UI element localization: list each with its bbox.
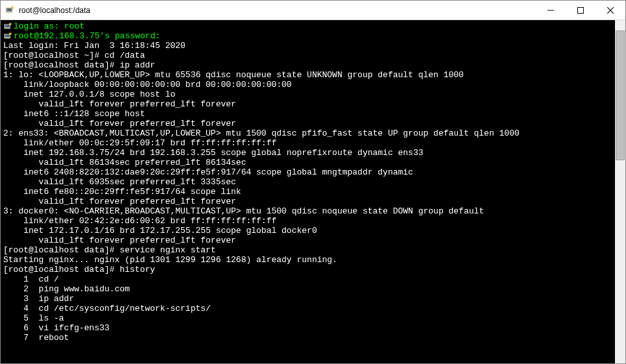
terminal-line: inet 172.17.0.1/16 brd 172.17.255.255 sc… — [3, 226, 612, 236]
terminal-line: link/ether 02:42:2e:d6:00:62 brd ff:ff:f… — [3, 216, 612, 226]
svg-rect-1 — [7, 8, 12, 12]
terminal-line: Last login: Fri Jan 3 16:18:45 2020 — [3, 41, 612, 51]
terminal-line: 3: docker0: <NO-CARRIER,BROADCAST,MULTIC… — [3, 206, 612, 216]
terminal-line: valid_lft forever preferred_lft forever — [3, 197, 612, 206]
terminal-line: [root@localhost data]# ip addr — [3, 60, 612, 70]
scrollbar-thumb[interactable] — [616, 30, 625, 160]
putty-window: root@localhost:/data login as: rootroot@… — [0, 0, 626, 364]
terminal-line: 1 cd / — [3, 274, 612, 284]
terminal-line: inet6 fe80::20c:29ff:fe5f:917/64 scope l… — [3, 187, 612, 197]
window-controls — [536, 1, 625, 19]
terminal-line: valid_lft forever preferred_lft forever — [3, 99, 612, 109]
terminal-line: 3 ip addr — [3, 294, 612, 304]
svg-rect-2 — [11, 6, 13, 8]
terminal-line: 4 cd /etc/sysconfig/network-scripts/ — [3, 304, 612, 313]
svg-rect-8 — [5, 25, 10, 28]
terminal-line: valid_lft forever preferred_lft forever — [3, 236, 612, 245]
terminal-line: 2: ens33: <BROADCAST,MULTICAST,UP,LOWER_… — [3, 128, 612, 138]
terminal-line: Starting nginx... nginx (pid 1301 1299 1… — [3, 255, 612, 265]
terminal-line: inet6 ::1/128 scope host — [3, 109, 612, 119]
terminal-line: login as: root — [3, 21, 612, 31]
close-button[interactable] — [596, 1, 625, 19]
terminal-line: valid_lft forever preferred_lft forever — [3, 119, 612, 128]
terminal-line: 2 ping www.baidu.com — [3, 284, 612, 294]
svg-rect-12 — [9, 32, 11, 34]
svg-rect-11 — [5, 34, 10, 38]
scrollbar[interactable] — [615, 20, 625, 363]
svg-rect-9 — [9, 23, 11, 25]
terminal-line: 6 vi ifcfg-ens33 — [3, 323, 612, 333]
terminal-wrapper: login as: rootroot@192.168.3.75's passwo… — [1, 20, 625, 363]
terminal-output[interactable]: login as: rootroot@192.168.3.75's passwo… — [1, 20, 615, 363]
terminal-line: inet 127.0.0.1/8 scope host lo — [3, 90, 612, 99]
terminal-line: valid_lft 6935sec preferred_lft 3335sec — [3, 177, 612, 187]
terminal-line: 5 ls -a — [3, 313, 612, 323]
terminal-line: [root@localhost data]# history — [3, 265, 612, 274]
terminal-line: inet6 2408:8220:132:dae9:20c:29ff:fe5f:9… — [3, 167, 612, 177]
terminal-line: link/loopback 00:00:00:00:00:00 brd 00:0… — [3, 80, 612, 90]
minimize-button[interactable] — [536, 1, 566, 19]
terminal-line: valid_lft 86134sec preferred_lft 86134se… — [3, 158, 612, 167]
maximize-button[interactable] — [566, 1, 596, 19]
terminal-line: link/ether 00:0c:29:5f:09:17 brd ff:ff:f… — [3, 138, 612, 148]
window-title: root@localhost:/data — [19, 6, 536, 15]
terminal-line: inet 192.168.3.75/24 brd 192.168.3.255 s… — [3, 148, 612, 158]
svg-rect-4 — [578, 7, 584, 13]
titlebar[interactable]: root@localhost:/data — [1, 1, 625, 20]
terminal-line: [root@localhost ~]# cd /data — [3, 51, 612, 60]
terminal-line: 7 reboot — [3, 333, 612, 343]
putty-icon — [5, 5, 15, 16]
terminal-line: [root@localhost data]# service nginx sta… — [3, 245, 612, 255]
terminal-line: root@192.168.3.75's password: — [3, 31, 612, 41]
terminal-line: 1: lo: <LOOPBACK,UP,LOWER_UP> mtu 65536 … — [3, 70, 612, 80]
